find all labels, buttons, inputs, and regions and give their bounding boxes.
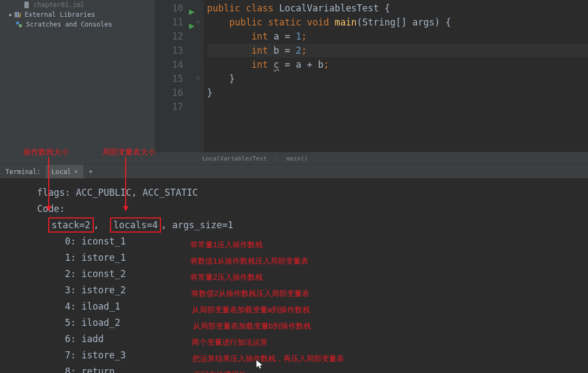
bytecode-instruction: 4: iload_1从局部变量表加载变量a到操作数栈 — [26, 298, 588, 314]
terminal-output[interactable]: flags: ACC_PUBLIC, ACC_STATIC Code: stac… — [0, 179, 588, 373]
instruction-note: 返回方法调用处 — [193, 366, 247, 373]
tool-window-tabs: Terminal: Local × + — [0, 165, 588, 179]
fold-icon[interactable]: ⊟ — [197, 19, 199, 24]
line-number: 15 — [156, 72, 196, 86]
svg-rect-0 — [15, 12, 16, 17]
cursor-icon — [256, 360, 265, 370]
svg-marker-9 — [123, 206, 128, 211]
bytecode-instruction: 0: iconst_1将常量1压入操作数栈 — [26, 233, 588, 249]
add-tab-button[interactable]: + — [83, 168, 98, 176]
tree-item-file[interactable]: chapter01.iml — [0, 0, 155, 10]
bytecode-instruction: 2: iconst_2将常量2压入操作数栈 — [26, 266, 588, 282]
code-line[interactable]: public class LocalVariablesTest { — [207, 1, 588, 15]
library-icon — [14, 11, 21, 18]
bytecode-instruction: 3: istore_2将数值2从操作数栈压入局部变量表 — [26, 282, 588, 298]
gutter: 10▶11▶121314151617 — [156, 0, 196, 152]
code-line[interactable]: } — [207, 72, 588, 86]
fold-column: ⊟⊟ — [196, 0, 204, 152]
svg-rect-4 — [16, 22, 19, 24]
svg-rect-2 — [18, 12, 19, 17]
chevron-right-icon: 〉 — [274, 155, 280, 162]
code-line[interactable]: public static void main(String[] args) { — [207, 15, 588, 29]
arrow-locals — [120, 157, 131, 211]
line-number: 16 — [156, 86, 196, 100]
line-number: 17 — [156, 100, 196, 114]
file-icon — [23, 1, 30, 9]
scratch-icon — [15, 21, 23, 28]
code-line[interactable]: int a = 1; — [207, 29, 588, 43]
tree-label: Scratches and Consoles — [26, 21, 112, 28]
svg-marker-7 — [46, 206, 51, 211]
project-sidebar: chapter01.iml ▶ External Libraries Scrat… — [0, 0, 156, 152]
line-number: 11▶ — [156, 15, 196, 29]
tree-label: External Libraries — [24, 11, 95, 18]
svg-rect-1 — [16, 12, 17, 17]
arrow-stack — [43, 157, 54, 211]
bytecode-instruction: 1: istore_1将数值1从操作数栈压入局部变量表 — [26, 249, 588, 266]
svg-rect-3 — [20, 13, 21, 17]
breadcrumb-method[interactable]: main() — [286, 155, 308, 162]
close-icon[interactable]: × — [74, 168, 78, 175]
line-number: 12 — [156, 29, 196, 43]
annotation-locals: 局部变量表大小 — [102, 147, 156, 157]
code-area[interactable]: public class LocalVariablesTest { public… — [204, 0, 588, 152]
redbox-locals: locals=4 — [110, 217, 161, 233]
bytecode-instruction: 7: istore_3把运算结果压入操作数栈，再压入局部变量表 — [26, 347, 588, 363]
svg-rect-5 — [19, 24, 22, 27]
breadcrumb-class[interactable]: LocalVariablesTest — [202, 155, 267, 162]
code-line[interactable]: int b = 2; — [207, 43, 588, 57]
redbox-stack: stack=2 — [48, 217, 94, 233]
code-line[interactable]: } — [207, 86, 588, 100]
annotation-stack: 操作数栈大小 — [23, 147, 69, 157]
terminal-label: Terminal: — [0, 165, 46, 178]
breadcrumb[interactable]: LocalVariablesTest 〉 main() — [0, 152, 588, 165]
terminal-line: Code: — [26, 201, 588, 217]
terminal-line-stack: stack=2, locals=4, args_size=1 — [26, 217, 588, 233]
code-line[interactable]: int c = a + b; — [207, 57, 588, 72]
code-line[interactable] — [207, 100, 588, 114]
tree-label: chapter01.iml — [34, 1, 85, 9]
tree-item-libraries[interactable]: ▶ External Libraries — [0, 10, 155, 20]
line-number: 10▶ — [156, 1, 196, 15]
tree-item-scratches[interactable]: Scratches and Consoles — [0, 20, 155, 29]
code-editor[interactable]: 10▶11▶121314151617 ⊟⊟ public class Local… — [156, 0, 588, 152]
bytecode-instruction: 6: iadd两个变量进行加法运算 — [26, 331, 588, 347]
bytecode-instruction: 8: return返回方法调用处 — [26, 363, 588, 373]
chevron-right-icon: ▶ — [9, 12, 12, 17]
line-number: 14 — [156, 57, 196, 72]
fold-icon[interactable]: ⊟ — [197, 75, 199, 81]
bytecode-instruction: 5: iload_2从局部变量表加载变量b到操作数栈 — [26, 314, 588, 331]
line-number: 13 — [156, 43, 196, 57]
terminal-line: flags: ACC_PUBLIC, ACC_STATIC — [26, 184, 588, 201]
